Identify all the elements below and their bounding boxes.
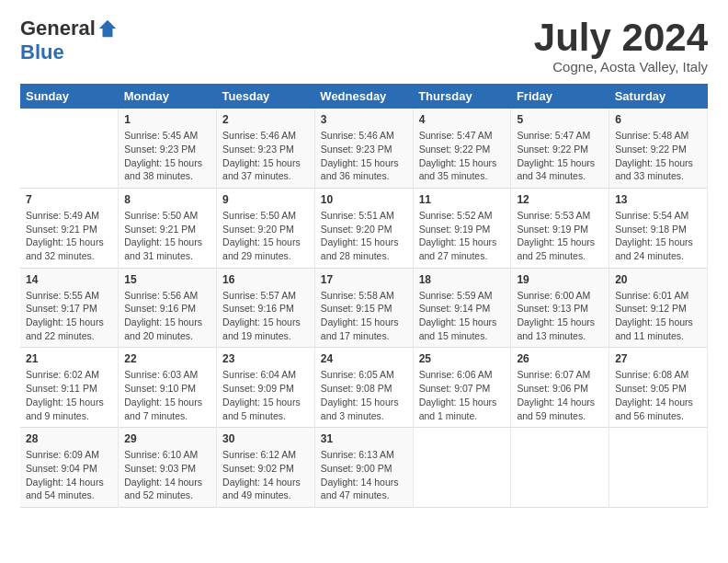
day-cell: 30Sunrise: 6:12 AM Sunset: 9:02 PM Dayli… [217,428,315,508]
day-cell: 22Sunrise: 6:03 AM Sunset: 9:10 PM Dayli… [119,348,217,428]
day-number: 1 [124,113,210,126]
day-number: 26 [517,352,603,365]
day-cell: 20Sunrise: 6:01 AM Sunset: 9:12 PM Dayli… [609,268,708,348]
header-row: SundayMondayTuesdayWednesdayThursdayFrid… [20,84,708,109]
day-content: Sunrise: 5:52 AM Sunset: 9:19 PM Dayligh… [419,210,497,261]
day-number: 16 [222,273,309,286]
header-cell-sunday: Sunday [20,84,119,109]
day-cell: 6Sunrise: 5:48 AM Sunset: 9:22 PM Daylig… [609,109,708,188]
day-content: Sunrise: 6:01 AM Sunset: 9:12 PM Dayligh… [615,290,693,341]
day-number: 17 [321,273,407,286]
day-number: 24 [321,352,407,365]
day-cell: 11Sunrise: 5:52 AM Sunset: 9:19 PM Dayli… [413,188,511,268]
day-number: 3 [321,113,407,126]
day-number: 18 [419,273,506,286]
day-cell: 21Sunrise: 6:02 AM Sunset: 9:11 PM Dayli… [20,348,119,428]
day-number: 5 [517,113,603,126]
day-content: Sunrise: 6:03 AM Sunset: 9:10 PM Dayligh… [124,369,202,420]
day-cell: 3Sunrise: 5:46 AM Sunset: 9:23 PM Daylig… [314,109,413,188]
day-content: Sunrise: 6:13 AM Sunset: 9:00 PM Dayligh… [321,449,399,500]
day-number: 30 [222,432,309,445]
day-cell: 24Sunrise: 6:05 AM Sunset: 9:08 PM Dayli… [314,348,413,428]
day-cell: 5Sunrise: 5:47 AM Sunset: 9:22 PM Daylig… [511,109,609,188]
day-number: 15 [124,273,210,286]
calendar-table: SundayMondayTuesdayWednesdayThursdayFrid… [20,84,708,508]
day-number: 8 [124,193,210,206]
day-cell: 4Sunrise: 5:47 AM Sunset: 9:22 PM Daylig… [413,109,511,188]
day-cell: 7Sunrise: 5:49 AM Sunset: 9:21 PM Daylig… [20,188,119,268]
day-content: Sunrise: 6:12 AM Sunset: 9:02 PM Dayligh… [222,449,301,500]
day-content: Sunrise: 5:49 AM Sunset: 9:21 PM Dayligh… [26,210,104,261]
calendar-body: 1Sunrise: 5:45 AM Sunset: 9:23 PM Daylig… [20,109,708,507]
day-content: Sunrise: 5:59 AM Sunset: 9:14 PM Dayligh… [419,290,497,341]
day-number: 23 [222,352,309,365]
day-cell: 8Sunrise: 5:50 AM Sunset: 9:21 PM Daylig… [119,188,217,268]
day-cell: 1Sunrise: 5:45 AM Sunset: 9:23 PM Daylig… [119,109,217,188]
day-number: 2 [222,113,309,126]
day-cell: 26Sunrise: 6:07 AM Sunset: 9:06 PM Dayli… [511,348,609,428]
svg-marker-0 [99,20,116,37]
logo-icon [97,18,118,39]
day-content: Sunrise: 5:56 AM Sunset: 9:16 PM Dayligh… [124,290,202,341]
week-row-4: 28Sunrise: 6:09 AM Sunset: 9:04 PM Dayli… [20,428,708,508]
day-number: 22 [124,352,210,365]
day-cell [20,109,119,188]
day-content: Sunrise: 5:46 AM Sunset: 9:23 PM Dayligh… [321,130,399,181]
day-number: 21 [26,352,112,365]
day-number: 25 [419,352,506,365]
title-block: July 2024 Cogne, Aosta Valley, Italy [534,17,708,75]
day-content: Sunrise: 6:10 AM Sunset: 9:03 PM Dayligh… [124,449,202,500]
day-number: 10 [321,193,407,206]
day-content: Sunrise: 5:45 AM Sunset: 9:23 PM Dayligh… [124,130,202,181]
calendar-header: SundayMondayTuesdayWednesdayThursdayFrid… [20,84,708,109]
day-content: Sunrise: 6:02 AM Sunset: 9:11 PM Dayligh… [26,369,104,420]
header-cell-friday: Friday [511,84,609,109]
day-number: 12 [517,193,603,206]
day-content: Sunrise: 6:06 AM Sunset: 9:07 PM Dayligh… [419,369,497,420]
day-number: 31 [321,432,407,445]
header-cell-thursday: Thursday [413,84,511,109]
logo: General Blue [20,17,118,64]
calendar-page: General Blue July 2024 Cogne, Aosta Vall… [0,0,728,563]
day-number: 14 [26,273,112,286]
day-content: Sunrise: 6:05 AM Sunset: 9:08 PM Dayligh… [321,369,399,420]
day-cell: 31Sunrise: 6:13 AM Sunset: 9:00 PM Dayli… [314,428,413,508]
day-number: 7 [26,193,112,206]
day-cell: 15Sunrise: 5:56 AM Sunset: 9:16 PM Dayli… [119,268,217,348]
day-content: Sunrise: 5:55 AM Sunset: 9:17 PM Dayligh… [26,290,104,341]
day-content: Sunrise: 5:47 AM Sunset: 9:22 PM Dayligh… [419,130,497,181]
week-row-3: 21Sunrise: 6:02 AM Sunset: 9:11 PM Dayli… [20,348,708,428]
day-content: Sunrise: 5:47 AM Sunset: 9:22 PM Dayligh… [517,130,595,181]
day-number: 28 [26,432,112,445]
header-cell-wednesday: Wednesday [314,84,413,109]
header-cell-monday: Monday [119,84,217,109]
week-row-1: 7Sunrise: 5:49 AM Sunset: 9:21 PM Daylig… [20,188,708,268]
header-cell-saturday: Saturday [609,84,708,109]
day-number: 19 [517,273,603,286]
day-cell: 18Sunrise: 5:59 AM Sunset: 9:14 PM Dayli… [413,268,511,348]
day-content: Sunrise: 6:07 AM Sunset: 9:06 PM Dayligh… [517,369,595,420]
day-content: Sunrise: 5:51 AM Sunset: 9:20 PM Dayligh… [321,210,399,261]
day-cell: 9Sunrise: 5:50 AM Sunset: 9:20 PM Daylig… [217,188,315,268]
day-number: 29 [124,432,210,445]
day-content: Sunrise: 5:50 AM Sunset: 9:21 PM Dayligh… [124,210,202,261]
day-number: 13 [615,193,701,206]
day-number: 20 [615,273,701,286]
header: General Blue July 2024 Cogne, Aosta Vall… [20,17,708,75]
day-content: Sunrise: 5:53 AM Sunset: 9:19 PM Dayligh… [517,210,595,261]
week-row-0: 1Sunrise: 5:45 AM Sunset: 9:23 PM Daylig… [20,109,708,188]
day-number: 9 [222,193,309,206]
day-number: 6 [615,113,701,126]
day-cell: 14Sunrise: 5:55 AM Sunset: 9:17 PM Dayli… [20,268,119,348]
day-cell [413,428,511,508]
day-cell: 23Sunrise: 6:04 AM Sunset: 9:09 PM Dayli… [217,348,315,428]
day-content: Sunrise: 5:57 AM Sunset: 9:16 PM Dayligh… [222,290,301,341]
day-content: Sunrise: 5:48 AM Sunset: 9:22 PM Dayligh… [615,130,693,181]
day-number: 11 [419,193,506,206]
day-content: Sunrise: 6:08 AM Sunset: 9:05 PM Dayligh… [615,369,693,420]
day-cell: 25Sunrise: 6:06 AM Sunset: 9:07 PM Dayli… [413,348,511,428]
logo-general-text: General [20,17,96,40]
day-content: Sunrise: 5:50 AM Sunset: 9:20 PM Dayligh… [222,210,301,261]
day-cell: 2Sunrise: 5:46 AM Sunset: 9:23 PM Daylig… [217,109,315,188]
day-cell [609,428,708,508]
